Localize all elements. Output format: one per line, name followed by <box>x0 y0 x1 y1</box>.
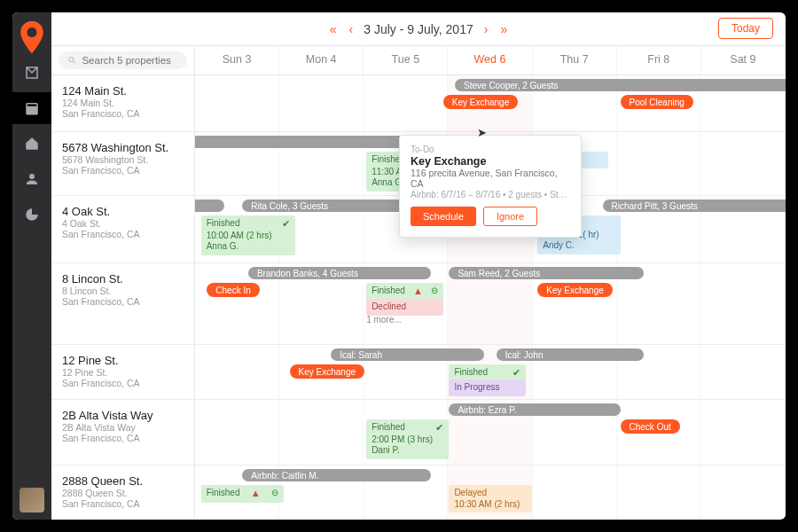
next-week-icon[interactable]: › <box>482 20 490 38</box>
property-row: 8 Lincon St. 8 Lincon St. San Francisco,… <box>51 263 786 345</box>
day-header: Wed 6 <box>448 46 532 74</box>
timeline: Ical: SarahIcal: JohnKey ExchangeFinishe… <box>195 345 786 399</box>
svg-line-1 <box>74 61 75 63</box>
more-tasks-link[interactable]: 1 more... <box>366 315 401 325</box>
property-address: 4 Oak St. <box>62 218 184 229</box>
day-header: Thu 7 <box>533 46 617 74</box>
left-nav <box>12 12 51 520</box>
property-city: San Francisco, CA <box>62 498 184 509</box>
prev-week-double-icon[interactable]: « <box>328 20 339 38</box>
svg-point-0 <box>69 58 74 62</box>
property-name: 12 Pine St. <box>62 354 184 367</box>
property-address: 8 Lincon St. <box>62 286 184 296</box>
nav-people[interactable] <box>12 163 51 195</box>
property-address: 12 Pine St. <box>62 367 184 378</box>
property-city: San Francisco, CA <box>62 433 184 443</box>
key-exchange-pill[interactable]: Key Exchange <box>443 95 519 109</box>
property-city: San Francisco, CA <box>62 108 184 119</box>
property-city: San Francisco, CA <box>62 229 184 239</box>
property-name: 5678 Washington St. <box>62 141 184 154</box>
nav-calendar[interactable] <box>12 92 51 124</box>
property-name: 4 Oak St. <box>62 205 184 218</box>
timeline: Airbnb: Ezra P.Check OutFinished✔2:00 PM… <box>195 400 786 465</box>
schedule-button[interactable]: Schedule <box>411 207 476 226</box>
property-row: 2B Alta Vista Way 2B Alta Vista Way San … <box>51 400 786 466</box>
check-icon: ✔ <box>435 422 443 434</box>
property-city: San Francisco, CA <box>62 378 184 388</box>
booking-span[interactable]: Sam Reed, 2 Guests <box>449 267 644 279</box>
day-header: Fri 8 <box>617 46 701 74</box>
booking-span[interactable] <box>195 200 224 212</box>
popup-title: Key Exchange <box>411 155 570 168</box>
warning-icon: ▲ <box>413 286 423 298</box>
check-in-pill[interactable]: Check In <box>207 283 259 297</box>
task-card[interactable]: Declined <box>366 299 443 316</box>
property-address: 2B Alta Vista Way <box>62 422 184 433</box>
task-card[interactable]: In Progress <box>449 379 526 396</box>
booking-span[interactable]: Steve Cooper, 2 Guests <box>455 79 786 91</box>
ignore-button[interactable]: Ignore <box>483 207 537 226</box>
property-row: 12 Pine St. 12 Pine St. San Francisco, C… <box>51 345 786 400</box>
booking-span[interactable]: Ical: John <box>497 348 645 361</box>
day-header: Sun 3 <box>195 46 279 74</box>
nav-logo[interactable] <box>12 21 51 53</box>
key-exchange-pill-3[interactable]: Key Exchange <box>290 364 365 379</box>
check-out-pill[interactable]: Check Out <box>621 419 680 434</box>
task-card[interactable]: Finished✔2:00 PM (3 hrs)Dani P. <box>366 419 449 459</box>
pool-cleaning-pill[interactable]: Pool Cleaning <box>621 95 693 109</box>
next-week-double-icon[interactable]: » <box>498 20 509 38</box>
search-input[interactable] <box>82 55 178 66</box>
task-card[interactable]: Delayed10:30 AM (2 hrs) <box>449 485 531 512</box>
popup-subtitle: 116 precita Avenue, San Francisco, CA <box>411 168 570 189</box>
property-address: 5678 Washington St. <box>62 154 184 165</box>
property-city: San Francisco, CA <box>62 296 184 307</box>
nav-properties[interactable] <box>12 128 51 160</box>
prev-week-icon[interactable]: ‹ <box>348 20 356 38</box>
nav-reports[interactable] <box>12 199 51 231</box>
task-card[interactable]: Finished▲⊖ <box>366 283 443 301</box>
search-icon <box>67 55 76 66</box>
property-address: 2888 Queen St. <box>62 488 184 498</box>
day-header: Mon 4 <box>279 46 364 74</box>
popup-kicker: To-Do <box>411 145 570 154</box>
booking-span[interactable]: Richard Pitt, 3 Guests <box>603 200 786 212</box>
property-row: 2888 Queen St. 2888 Queen St. San Franci… <box>51 466 786 519</box>
today-button[interactable]: Today <box>718 18 773 39</box>
warning-icon: ▲ <box>251 488 261 500</box>
popup-meta: Airbnb: 6/7/16 – 8/7/16 • 2 guests • Ste… <box>411 190 570 200</box>
booking-span[interactable]: Airbnb: Caitlin M. <box>242 469 431 481</box>
key-exchange-pill-2[interactable]: Key Exchange <box>537 283 613 297</box>
task-card[interactable]: Finished✔10:00 AM (2 hrs)Anna G. <box>201 215 296 255</box>
timeline: Steve Cooper, 2 GuestsKey ExchangePool C… <box>195 75 786 131</box>
booking-span[interactable]: Airbnb: Ezra P. <box>449 403 620 416</box>
todo-popup: To-Do Key Exchange 116 precita Avenue, S… <box>399 135 582 238</box>
property-name: 2B Alta Vista Way <box>62 409 184 422</box>
property-city: San Francisco, CA <box>62 165 184 176</box>
property-name: 124 Main St. <box>62 84 184 98</box>
property-address: 124 Main St. <box>62 98 184 108</box>
property-search[interactable] <box>59 51 187 69</box>
day-header: Sat 9 <box>701 46 786 74</box>
check-icon: ✔ <box>512 367 520 379</box>
check-icon: ✔ <box>282 218 290 231</box>
task-card[interactable]: Finished▲⊖ <box>201 485 284 503</box>
property-row: 124 Main St. 124 Main St. San Francisco,… <box>51 75 786 132</box>
property-name: 8 Lincon St. <box>62 272 184 286</box>
booking-span[interactable]: Ical: Sarah <box>331 348 484 361</box>
date-range: 3 July - 9 July, 2017 <box>364 22 473 36</box>
day-header: Tue 5 <box>364 46 448 74</box>
nav-inbox[interactable] <box>12 57 51 89</box>
topbar: « ‹ 3 July - 9 July, 2017 › » Today <box>51 12 786 46</box>
user-avatar[interactable] <box>20 488 44 512</box>
booking-span[interactable]: Brandon Banks, 4 Guests <box>248 267 431 279</box>
timeline: Airbnb: Caitlin M.Finished▲⊖Delayed10:30… <box>195 466 786 518</box>
property-name: 2888 Queen St. <box>62 474 184 488</box>
timeline: Brandon Banks, 4 GuestsSam Reed, 2 Guest… <box>195 263 786 344</box>
